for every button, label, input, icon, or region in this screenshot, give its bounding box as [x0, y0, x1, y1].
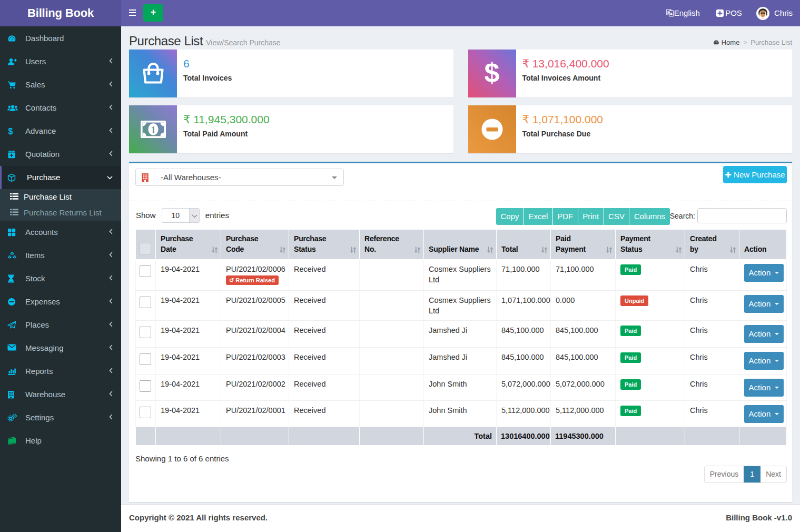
svg-text:A: A	[670, 12, 673, 16]
svg-text:$: $	[485, 58, 500, 88]
svg-text:$: $	[8, 127, 13, 136]
